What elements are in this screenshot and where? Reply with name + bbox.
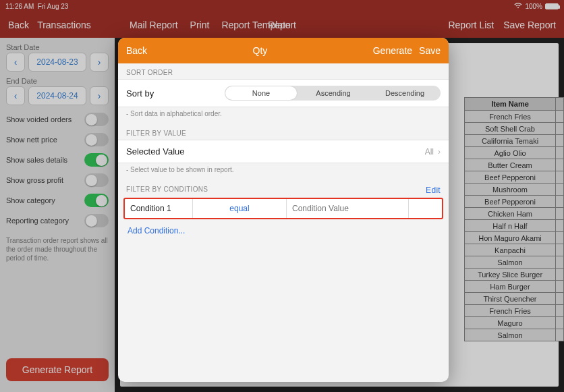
sort-order-section: SORT ORDER [118,63,449,79]
sort-hint: - Sort data in alphabetical order. [118,107,449,124]
filter-conditions-section: FILTER BY CONDITIONS Edit [118,180,449,198]
condition-trailing[interactable] [408,199,442,218]
add-condition[interactable]: Add Condition... [118,219,449,242]
segment-none[interactable]: None [225,86,297,100]
modal-title: Qty [147,45,373,56]
filter-conditions-label: FILTER BY CONDITIONS [126,186,208,195]
edit-conditions[interactable]: Edit [426,186,441,195]
sort-by-label: Sort by [126,88,154,99]
selected-value-hint: - Select value to be shown in report. [118,163,449,180]
modal-generate[interactable]: Generate [373,45,412,56]
segment-desc[interactable]: Descending [369,86,441,101]
condition-operator[interactable]: equal [192,199,287,218]
chevron-right-icon: › [438,147,441,157]
modal-back[interactable]: Back [126,45,147,56]
condition-name: Condition 1 [125,204,192,213]
segment-asc[interactable]: Ascending [298,86,369,101]
sort-segmented: None Ascending Descending [225,86,441,101]
condition-value-input[interactable] [287,199,408,218]
sort-by-row: Sort by None Ascending Descending [118,79,449,107]
qty-modal: Back Qty Generate Save SORT ORDER Sort b… [118,38,449,382]
selected-value-row[interactable]: Selected Value All › [118,140,449,163]
modal-save[interactable]: Save [419,45,441,56]
condition-row-1: Condition 1 equal [123,198,443,219]
filter-value-section: FILTER BY VALUE [118,124,449,140]
selected-value-label: Selected Value [126,146,185,157]
selected-value-value: All [425,147,434,157]
